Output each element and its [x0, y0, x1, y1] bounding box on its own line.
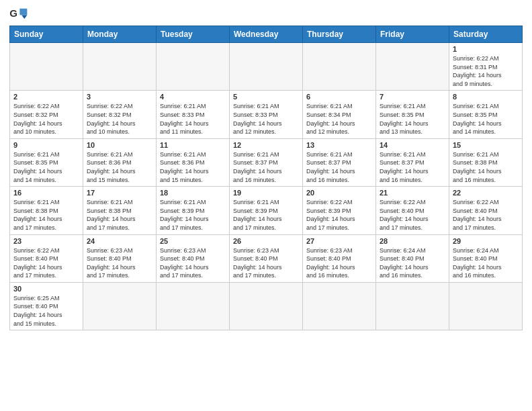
day-number: 9 [13, 141, 79, 149]
day-number: 22 [453, 189, 519, 197]
weekday-header-sunday: Sunday [10, 26, 83, 43]
logo: G [9, 7, 30, 21]
day-info: Sunrise: 6:21 AM Sunset: 8:35 PM Dayligh… [13, 150, 79, 184]
day-info: Sunrise: 6:23 AM Sunset: 8:40 PM Dayligh… [233, 246, 299, 280]
calendar-cell [303, 282, 376, 330]
day-info: Sunrise: 6:21 AM Sunset: 8:38 PM Dayligh… [87, 198, 152, 232]
calendar-cell: 1Sunrise: 6:22 AM Sunset: 8:31 PM Daylig… [449, 43, 523, 91]
calendar-cell [230, 282, 303, 330]
calendar-cell: 14Sunrise: 6:21 AM Sunset: 8:37 PM Dayli… [376, 138, 449, 186]
day-number: 6 [306, 93, 372, 101]
calendar-cell [376, 43, 449, 91]
weekday-header-saturday: Saturday [449, 26, 523, 43]
day-info: Sunrise: 6:25 AM Sunset: 8:40 PM Dayligh… [13, 294, 79, 328]
day-number: 7 [380, 93, 445, 101]
day-number: 27 [306, 237, 372, 245]
weekday-header-monday: Monday [83, 26, 157, 43]
day-number: 8 [453, 93, 519, 101]
calendar-cell: 15Sunrise: 6:21 AM Sunset: 8:38 PM Dayli… [449, 138, 523, 186]
day-number: 4 [160, 93, 226, 101]
day-number: 29 [453, 237, 519, 245]
calendar-cell: 17Sunrise: 6:21 AM Sunset: 8:38 PM Dayli… [83, 187, 157, 234]
day-number: 19 [233, 189, 299, 197]
day-info: Sunrise: 6:22 AM Sunset: 8:39 PM Dayligh… [306, 198, 372, 232]
calendar-week-row: 23Sunrise: 6:22 AM Sunset: 8:40 PM Dayli… [10, 234, 523, 282]
day-number: 12 [233, 141, 299, 149]
calendar-cell: 6Sunrise: 6:21 AM Sunset: 8:34 PM Daylig… [303, 91, 376, 138]
day-number: 2 [13, 93, 79, 101]
svg-marker-1 [19, 9, 27, 15]
calendar-cell [10, 43, 83, 91]
day-number: 25 [160, 237, 226, 245]
day-info: Sunrise: 6:21 AM Sunset: 8:38 PM Dayligh… [453, 150, 519, 184]
day-info: Sunrise: 6:21 AM Sunset: 8:35 PM Dayligh… [453, 102, 519, 136]
weekday-header-thursday: Thursday [303, 26, 376, 43]
calendar-cell: 25Sunrise: 6:23 AM Sunset: 8:40 PM Dayli… [157, 234, 230, 282]
day-info: Sunrise: 6:24 AM Sunset: 8:40 PM Dayligh… [380, 246, 445, 280]
day-number: 21 [380, 189, 445, 197]
day-info: Sunrise: 6:21 AM Sunset: 8:35 PM Dayligh… [380, 102, 445, 136]
day-info: Sunrise: 6:21 AM Sunset: 8:33 PM Dayligh… [233, 102, 299, 136]
weekday-header-row: SundayMondayTuesdayWednesdayThursdayFrid… [10, 26, 523, 43]
day-number: 17 [87, 189, 152, 197]
calendar-week-row: 2Sunrise: 6:22 AM Sunset: 8:32 PM Daylig… [10, 91, 523, 138]
weekday-header-tuesday: Tuesday [157, 26, 230, 43]
calendar-cell [376, 282, 449, 330]
calendar-cell: 2Sunrise: 6:22 AM Sunset: 8:32 PM Daylig… [10, 91, 83, 138]
calendar-cell: 13Sunrise: 6:21 AM Sunset: 8:37 PM Dayli… [303, 138, 376, 186]
day-info: Sunrise: 6:21 AM Sunset: 8:37 PM Dayligh… [380, 150, 445, 184]
day-number: 10 [87, 141, 152, 149]
calendar-cell: 28Sunrise: 6:24 AM Sunset: 8:40 PM Dayli… [376, 234, 449, 282]
weekday-header-wednesday: Wednesday [230, 26, 303, 43]
calendar-cell [157, 43, 230, 91]
day-info: Sunrise: 6:21 AM Sunset: 8:39 PM Dayligh… [160, 198, 226, 232]
day-info: Sunrise: 6:21 AM Sunset: 8:37 PM Dayligh… [306, 150, 372, 184]
calendar-cell: 12Sunrise: 6:21 AM Sunset: 8:37 PM Dayli… [230, 138, 303, 186]
day-info: Sunrise: 6:22 AM Sunset: 8:40 PM Dayligh… [453, 198, 519, 232]
day-info: Sunrise: 6:23 AM Sunset: 8:40 PM Dayligh… [160, 246, 226, 280]
calendar-cell: 19Sunrise: 6:21 AM Sunset: 8:39 PM Dayli… [230, 187, 303, 234]
calendar-cell: 23Sunrise: 6:22 AM Sunset: 8:40 PM Dayli… [10, 234, 83, 282]
calendar-week-row: 16Sunrise: 6:21 AM Sunset: 8:38 PM Dayli… [10, 187, 523, 234]
calendar-week-row: 9Sunrise: 6:21 AM Sunset: 8:35 PM Daylig… [10, 138, 523, 186]
day-number: 1 [453, 45, 519, 53]
day-info: Sunrise: 6:24 AM Sunset: 8:40 PM Dayligh… [453, 246, 519, 280]
day-number: 24 [87, 237, 152, 245]
svg-text:G: G [9, 7, 17, 19]
svg-marker-2 [21, 15, 27, 19]
calendar-cell [157, 282, 230, 330]
calendar-cell: 5Sunrise: 6:21 AM Sunset: 8:33 PM Daylig… [230, 91, 303, 138]
day-number: 30 [13, 285, 79, 293]
calendar-cell: 29Sunrise: 6:24 AM Sunset: 8:40 PM Dayli… [449, 234, 523, 282]
calendar-cell [83, 43, 157, 91]
day-info: Sunrise: 6:22 AM Sunset: 8:31 PM Dayligh… [453, 54, 519, 88]
day-info: Sunrise: 6:23 AM Sunset: 8:40 PM Dayligh… [306, 246, 372, 280]
calendar-cell: 16Sunrise: 6:21 AM Sunset: 8:38 PM Dayli… [10, 187, 83, 234]
calendar-cell: 10Sunrise: 6:21 AM Sunset: 8:36 PM Dayli… [83, 138, 157, 186]
day-number: 16 [13, 189, 79, 197]
day-info: Sunrise: 6:21 AM Sunset: 8:33 PM Dayligh… [160, 102, 226, 136]
calendar-cell: 20Sunrise: 6:22 AM Sunset: 8:39 PM Dayli… [303, 187, 376, 234]
day-number: 26 [233, 237, 299, 245]
day-number: 5 [233, 93, 299, 101]
calendar-cell: 24Sunrise: 6:23 AM Sunset: 8:40 PM Dayli… [83, 234, 157, 282]
day-info: Sunrise: 6:23 AM Sunset: 8:40 PM Dayligh… [87, 246, 152, 280]
calendar-cell: 22Sunrise: 6:22 AM Sunset: 8:40 PM Dayli… [449, 187, 523, 234]
header: G [9, 7, 523, 21]
calendar-cell: 27Sunrise: 6:23 AM Sunset: 8:40 PM Dayli… [303, 234, 376, 282]
day-number: 23 [13, 237, 79, 245]
calendar-week-row: 30Sunrise: 6:25 AM Sunset: 8:40 PM Dayli… [10, 282, 523, 330]
day-info: Sunrise: 6:22 AM Sunset: 8:40 PM Dayligh… [380, 198, 445, 232]
day-info: Sunrise: 6:21 AM Sunset: 8:37 PM Dayligh… [233, 150, 299, 184]
logo-icon: G [9, 7, 28, 21]
day-info: Sunrise: 6:21 AM Sunset: 8:36 PM Dayligh… [87, 150, 152, 184]
day-number: 20 [306, 189, 372, 197]
weekday-header-friday: Friday [376, 26, 449, 43]
day-number: 18 [160, 189, 226, 197]
day-info: Sunrise: 6:21 AM Sunset: 8:36 PM Dayligh… [160, 150, 226, 184]
calendar-cell: 21Sunrise: 6:22 AM Sunset: 8:40 PM Dayli… [376, 187, 449, 234]
calendar-week-row: 1Sunrise: 6:22 AM Sunset: 8:31 PM Daylig… [10, 43, 523, 91]
calendar-cell: 4Sunrise: 6:21 AM Sunset: 8:33 PM Daylig… [157, 91, 230, 138]
day-info: Sunrise: 6:21 AM Sunset: 8:38 PM Dayligh… [13, 198, 79, 232]
calendar-cell: 3Sunrise: 6:22 AM Sunset: 8:32 PM Daylig… [83, 91, 157, 138]
